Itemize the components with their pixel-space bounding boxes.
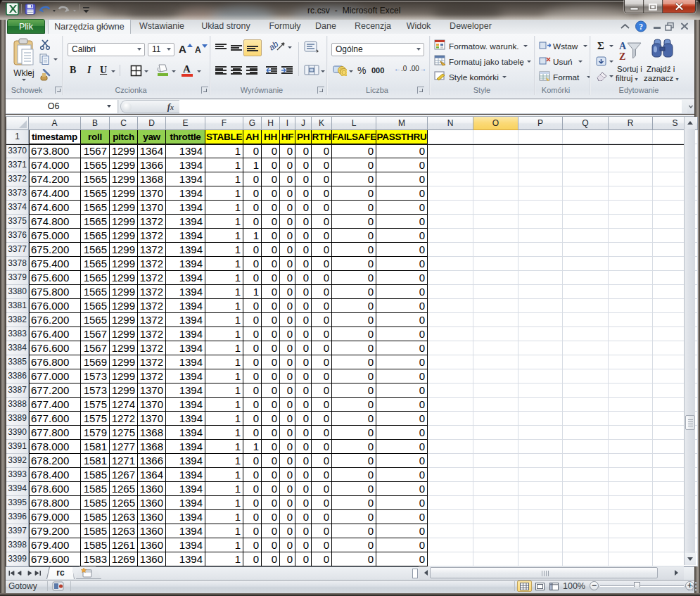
svg-text:Z: Z [619, 51, 625, 62]
svg-text:A: A [619, 41, 627, 51]
svg-text:?: ? [639, 23, 643, 31]
